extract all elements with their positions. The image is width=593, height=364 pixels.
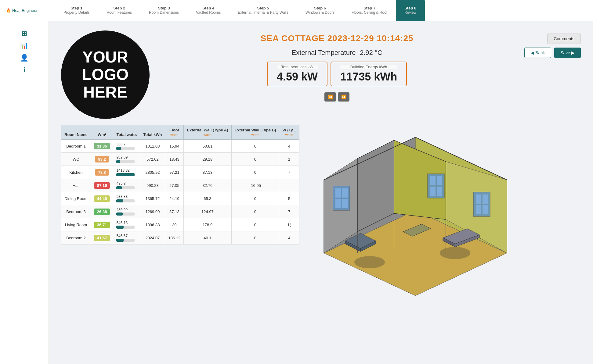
brand-name: Heat Engineer xyxy=(12,8,38,13)
data-table-container: Room NameWm²Total wattsTotal kWhFloorwat… xyxy=(61,125,299,244)
ext-wall-b-cell: 0 xyxy=(231,166,279,179)
nav-step-windows-&-doors[interactable]: Step 6Windows & Doors xyxy=(297,0,343,21)
property-title: SEA COTTAGE 2023-12-29 10:14:25 xyxy=(261,34,414,43)
total-kwh-cell: 2324.07 xyxy=(140,231,165,244)
wm2-cell: 83.2 xyxy=(91,153,113,166)
col-header-3: Total kWh xyxy=(140,125,165,140)
dashboard-icon[interactable]: ⊞ xyxy=(18,27,31,40)
w-ty-cell: 1( xyxy=(279,218,299,231)
nav-step-vaulted-rooms[interactable]: Step 4Vaulted Rooms xyxy=(187,0,229,21)
room-name-cell: Kitchen xyxy=(61,166,91,179)
heat-loss-box: Total heat loss kW 4.59 kW xyxy=(267,62,327,86)
floor-cell: 97.21 xyxy=(165,166,184,179)
svg-rect-8 xyxy=(335,188,341,198)
total-watts-cell: 435.8 xyxy=(113,179,140,192)
logo-area: YOURLOGOHERE xyxy=(61,30,150,119)
col-header-7: W (Ty...watts xyxy=(279,125,299,140)
ext-wall-a-cell: 60.81 xyxy=(184,140,231,153)
ext-wall-b-cell: -16.95 xyxy=(231,179,279,192)
comments-button[interactable]: Comments xyxy=(547,34,581,44)
nav-step-property-details[interactable]: Step 1Property Details xyxy=(55,0,98,21)
col-header-1: Wm² xyxy=(91,125,113,140)
nav-arrows: ⏪ ⏩ xyxy=(324,92,349,102)
nav-step-room-dimensions[interactable]: Step 3Room Dimensions xyxy=(140,0,187,21)
table-row: WC83.2 282.89 572.0218.4329.1801 xyxy=(61,153,299,166)
total-watts-cell: 546.18 xyxy=(113,218,140,231)
total-watts-cell: 485.99 xyxy=(113,205,140,218)
ext-wall-b-cell: 0 xyxy=(231,192,279,205)
nav-step-floors,-ceiling-&-roof[interactable]: Step 7Floors, Ceiling & Roof xyxy=(343,0,396,21)
next-arrow-button[interactable]: ⏩ xyxy=(338,92,349,102)
house-3d-svg xyxy=(309,125,522,296)
energy-box: Building Energy kWh 11735 kWh xyxy=(331,62,407,86)
room-name-cell: WC xyxy=(61,153,91,166)
svg-rect-20 xyxy=(476,205,481,214)
brand-logo: 🔥 Heat Engineer xyxy=(6,8,55,13)
table-and-viz: Room NameWm²Total wattsTotal kWhFloorwat… xyxy=(61,125,581,297)
w-ty-cell: 4 xyxy=(279,140,299,153)
col-header-4: Floorwatts xyxy=(165,125,184,140)
back-button[interactable]: ◀ Back xyxy=(524,48,551,58)
floor-cell: 186.12 xyxy=(165,231,184,244)
nav-step-review[interactable]: Step 8Review xyxy=(396,0,425,21)
table-row: Kitchen78.8 1418.32 2805.9297.2187.1307 xyxy=(61,166,299,179)
info-icon[interactable]: ℹ xyxy=(18,64,31,76)
prev-arrow-button[interactable]: ⏪ xyxy=(324,92,336,102)
total-watts-cell: 1418.32 xyxy=(113,166,140,179)
w-ty-cell: 1 xyxy=(279,153,299,166)
col-header-5: External Wall (Type A)watts xyxy=(184,125,231,140)
header-actions: Comments ◀ Back Save ▶ xyxy=(524,34,581,58)
table-row: Bedroom 241.67 546.67 2324.07186.1240.10… xyxy=(61,231,299,244)
chart-icon[interactable]: 📊 xyxy=(18,40,31,52)
col-header-6: External Wall (Type B)watts xyxy=(231,125,279,140)
table-row: Living Room36.71 546.18 1396.8830178.901… xyxy=(61,218,299,231)
ext-wall-b-cell: 0 xyxy=(231,218,279,231)
svg-rect-10 xyxy=(335,199,341,208)
floor-cell: 27.05 xyxy=(165,179,184,192)
users-icon[interactable]: 👤 xyxy=(18,52,31,64)
total-kwh-cell: 1396.88 xyxy=(140,218,165,231)
total-watts-cell: 546.67 xyxy=(113,231,140,244)
room-name-cell: Hall xyxy=(61,179,91,192)
total-watts-cell: 338.7 xyxy=(113,140,140,153)
total-kwh-cell: 990.28 xyxy=(140,179,165,192)
ext-wall-b-cell: 0 xyxy=(231,153,279,166)
room-name-cell: Bedroom 1 xyxy=(61,140,91,153)
save-button[interactable]: Save ▶ xyxy=(554,48,581,58)
svg-rect-11 xyxy=(342,199,348,208)
table-row: Dining Room44.49 533.83 1365.7224.1965.3… xyxy=(61,192,299,205)
w-ty-cell: 4 xyxy=(279,231,299,244)
page-header: YOURLOGOHERE SEA COTTAGE 2023-12-29 10:1… xyxy=(61,30,581,119)
room-name-cell: Dining Room xyxy=(61,192,91,205)
wm2-cell: 36.71 xyxy=(91,218,113,231)
floor-cell: 24.19 xyxy=(165,192,184,205)
kw-boxes: Total heat loss kW 4.59 kW Building Ener… xyxy=(267,62,407,86)
nav-buttons: ◀ Back Save ▶ xyxy=(524,48,581,58)
ext-wall-a-cell: 65.3 xyxy=(184,192,231,205)
svg-rect-19 xyxy=(483,194,488,204)
sidebar: ⊞📊👤ℹ xyxy=(0,21,49,364)
total-watts-cell: 282.89 xyxy=(113,153,140,166)
wm2-cell: 87.16 xyxy=(91,179,113,192)
w-ty-cell: 5 xyxy=(279,192,299,205)
ext-wall-a-cell: 124.97 xyxy=(184,205,231,218)
energy-label: Building Energy kWh xyxy=(340,65,397,69)
floor-cell: 30 xyxy=(165,218,184,231)
total-kwh-cell: 1269.09 xyxy=(140,205,165,218)
heat-loss-value: 4.59 kW xyxy=(277,70,318,83)
nav-step-external,-internal-&-party-walls[interactable]: Step 5External, Internal & Party Walls xyxy=(229,0,297,21)
total-kwh-cell: 1011.08 xyxy=(140,140,165,153)
svg-rect-15 xyxy=(430,187,436,196)
room-name-cell: Bedroom 3 xyxy=(61,205,91,218)
svg-rect-13 xyxy=(430,176,436,185)
ext-wall-b-cell: 0 xyxy=(231,205,279,218)
top-navigation: 🔥 Heat Engineer Step 1Property DetailsSt… xyxy=(0,0,593,21)
main-content: YOURLOGOHERE SEA COTTAGE 2023-12-29 10:1… xyxy=(49,21,593,364)
ext-wall-a-cell: 40.1 xyxy=(184,231,231,244)
ext-wall-a-cell: 178.9 xyxy=(184,218,231,231)
wm2-cell: 78.8 xyxy=(91,166,113,179)
3d-visualization xyxy=(309,125,581,297)
floor-cell: 15.94 xyxy=(165,140,184,153)
center-content: SEA COTTAGE 2023-12-29 10:14:25 External… xyxy=(150,34,524,106)
nav-step-room-features[interactable]: Step 2Room Features xyxy=(98,0,140,21)
